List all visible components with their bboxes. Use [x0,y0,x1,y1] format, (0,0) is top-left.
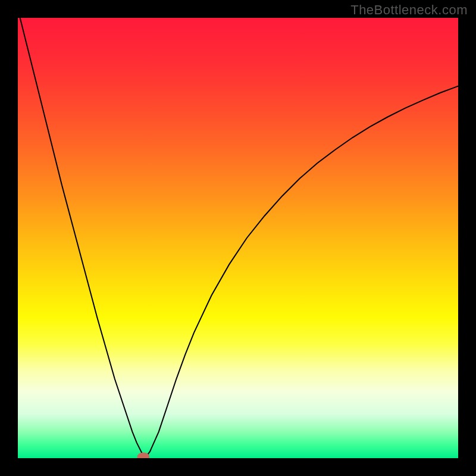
watermark-text: TheBottleneck.com [350,2,468,18]
chart-svg [18,18,458,458]
chart-background [18,18,458,458]
chart-area [18,18,458,458]
